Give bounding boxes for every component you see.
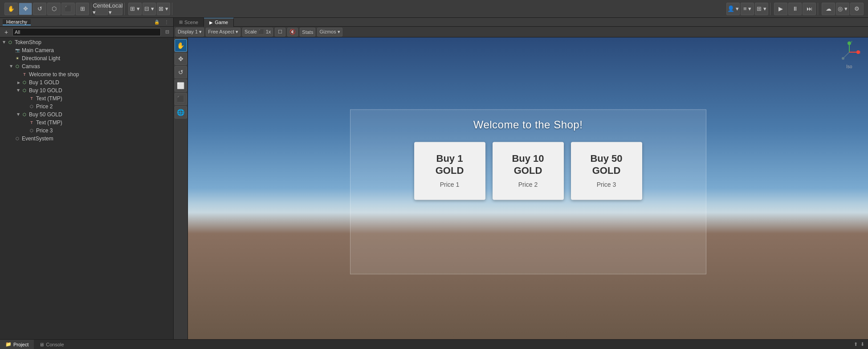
tool-rect[interactable]: ⬛ [175,93,187,105]
label-event-system: EventSystem [22,135,53,142]
hierarchy-item-buy10[interactable]: ▶ ⬡ Buy 10 GOLD [0,86,173,94]
hierarchy-item-buy1[interactable]: ▶ ⬡ Buy 1 GOLD [0,78,173,86]
hierarchy-item-text-tmp1[interactable]: ▶ T Text (TMP) [0,94,173,103]
maximize-btn[interactable]: ☐ [275,28,285,37]
grid-btn[interactable]: ⊟ ▾ [143,3,156,15]
snap2-btn[interactable]: ⊠ ▾ [157,3,170,15]
pause-btn[interactable]: ⏸ [788,3,802,15]
resolution-btn[interactable]: Free Aspect ▾ [206,28,240,37]
hierarchy-search-input[interactable] [12,28,161,36]
settings-btn[interactable]: ⚙ [850,3,864,15]
hand-tool-btn[interactable]: ✋ [4,3,18,15]
hierarchy-item-dir-light[interactable]: ▶ ☀ Directional Light [0,54,173,62]
icon-text-tmp2: T [29,119,35,126]
toolbar-group-play: ▶ ⏸ ⏭ [772,3,818,15]
svg-text:X: X [859,51,860,54]
hierarchy-content: ▶ ⬡ TokenShop ▶ 📷 Main Camera ▶ ☀ [0,37,173,339]
tool-global[interactable]: 🌐 [175,106,187,119]
label-welcome: Welcome to the shop [29,71,79,78]
hierarchy-panel: Hierarchy 🔒 ⋮ + ⊟ ▶ ⬡ TokenShop ▶ [0,18,174,339]
mute-btn[interactable]: 🔇 [287,28,298,37]
arrow-tokenShop: ▶ [2,40,7,45]
hierarchy-item-tokenShop[interactable]: ▶ ⬡ TokenShop [0,38,173,46]
icon-dir-light: ☀ [14,55,20,62]
layers-btn[interactable]: ≡ ▾ [741,3,754,15]
label-buy1: Buy 1 GOLD [29,79,59,86]
step-btn[interactable]: ⏭ [803,3,816,15]
buy-1-gold-card[interactable]: Buy 1 GOLD Price 1 [414,142,485,200]
hierarchy-add-btn[interactable]: + [2,28,11,37]
hierarchy-item-welcome[interactable]: ▶ T Welcome to the shop [0,70,173,78]
hierarchy-toolbar: + ⊟ [0,27,173,37]
label-price3: Price 3 [36,127,53,134]
display-btn[interactable]: Display 1 ▾ [175,28,204,37]
svg-line-6 [844,52,849,57]
stats-btn[interactable]: Stats [300,28,315,37]
hierarchy-item-main-camera[interactable]: ▶ 📷 Main Camera [0,46,173,54]
label-tokenShop: TokenShop [15,39,41,45]
hierarchy-item-canvas[interactable]: ▶ ⬡ Canvas [0,62,173,70]
buy-10-gold-line2: GOLD [514,165,542,176]
hierarchy-panel-actions: 🔒 ⋮ [153,18,171,26]
shop-buttons-row: Buy 1 GOLD Price 1 Buy 10 GOLD [414,142,642,200]
icon-tokenShop: ⬡ [7,39,13,45]
layout-btn[interactable]: ⊞ ▾ [755,3,768,15]
icon-event-system: ⬡ [14,135,20,142]
game-tab-label: Game [215,20,228,25]
play-btn[interactable]: ▶ [774,3,787,15]
scale-tool-btn[interactable]: ⬡ [47,3,61,15]
local-btn[interactable]: Local ▾ [109,3,122,15]
shop-title: Welcome to the Shop! [473,119,583,131]
hierarchy-item-price3[interactable]: ▶ ⬡ Price 3 [0,127,173,135]
hierarchy-item-text-tmp2[interactable]: ▶ T Text (TMP) [0,119,173,127]
main-toolbar: ✋ ✥ ↺ ⬡ ⬛ ⊞ Center ▾ Local ▾ ⊞ ▾ ⊟ ▾ ⊠ ▾… [0,0,868,18]
scale-btn[interactable]: Scale ⬛ 1x [242,28,273,37]
buy-1-gold-price: Price 1 [440,181,460,188]
cloud-btn[interactable]: ☁ [822,3,835,15]
hierarchy-item-event-system[interactable]: ▶ ⬡ EventSystem [0,135,173,143]
rect-tool-btn[interactable]: ⬛ [61,3,75,15]
hierarchy-tab[interactable]: Hierarchy [3,19,31,25]
buy-50-gold-card[interactable]: Buy 50 GOLD Price 3 [571,142,642,200]
hierarchy-menu-btn[interactable]: ⋮ [163,18,171,26]
buy-50-gold-line1: Buy 50 [590,153,622,164]
hierarchy-item-price2[interactable]: ▶ ⬡ Price 2 [0,103,173,111]
toolbar-group-snap: ⊞ ▾ ⊟ ▾ ⊠ ▾ [126,3,172,15]
transform-tool-btn[interactable]: ⊞ [76,3,89,15]
rotate-tool-btn[interactable]: ↺ [33,3,46,15]
scene-viewport: Welcome to the Shop! Buy 1 GOLD Price 1 [188,37,868,339]
project-tab[interactable]: 📁 Project [0,340,34,349]
tool-rotate[interactable]: ↺ [175,66,187,78]
buy-10-gold-price: Price 2 [518,181,538,188]
scene-tab-label: Scene [184,20,198,25]
hierarchy-lock-btn[interactable]: 🔒 [153,18,161,26]
move-tool-btn[interactable]: ✥ [19,3,32,15]
tool-scale[interactable]: ⬜ [175,79,187,92]
toolbar-group-cloud: ☁ ◎ ▾ ⚙ [820,3,865,15]
collab-btn[interactable]: ◎ ▾ [836,3,849,15]
buy-10-gold-name: Buy 10 GOLD [512,153,544,177]
scene-tab-game[interactable]: ▶ Game [204,18,234,27]
bottom-bar: 📁 Project 🖥 Console ⬆ ⬇ [0,339,868,349]
icon-text-tmp1: T [29,95,35,102]
console-tab[interactable]: 🖥 Console [34,340,69,349]
bottom-collapse-btn[interactable]: ⬇ [860,341,864,347]
hierarchy-item-buy50[interactable]: ▶ ⬡ Buy 50 GOLD [0,111,173,119]
bottom-expand-btn[interactable]: ⬆ [854,341,858,347]
snap-btn[interactable]: ⊞ ▾ [128,3,142,15]
scene-tab-scene[interactable]: ⊞ Scene [174,18,204,27]
tool-hand[interactable]: ✋ [175,39,187,52]
gizmos-btn[interactable]: Gizmos ▾ [317,28,342,37]
arrow-buy50: ▶ [16,112,21,117]
buy-50-gold-name: Buy 50 GOLD [590,153,622,177]
account-btn[interactable]: 👤 ▾ [726,3,740,15]
scene-tabs: ⊞ Scene ▶ Game [174,18,868,27]
hierarchy-filter-btn[interactable]: ⊟ [163,28,171,37]
buy-10-gold-card[interactable]: Buy 10 GOLD Price 2 [493,142,564,200]
buy-1-gold-line1: Buy 1 [436,153,463,164]
label-text-tmp2: Text (TMP) [36,119,62,126]
pivot-btn[interactable]: Center ▾ [95,3,108,15]
toolbar-group-view: 👤 ▾ ≡ ▾ ⊞ ▾ [725,3,770,15]
tool-panel: ✋ ✥ ↺ ⬜ ⬛ 🌐 [174,37,188,339]
tool-move[interactable]: ✥ [175,53,187,65]
